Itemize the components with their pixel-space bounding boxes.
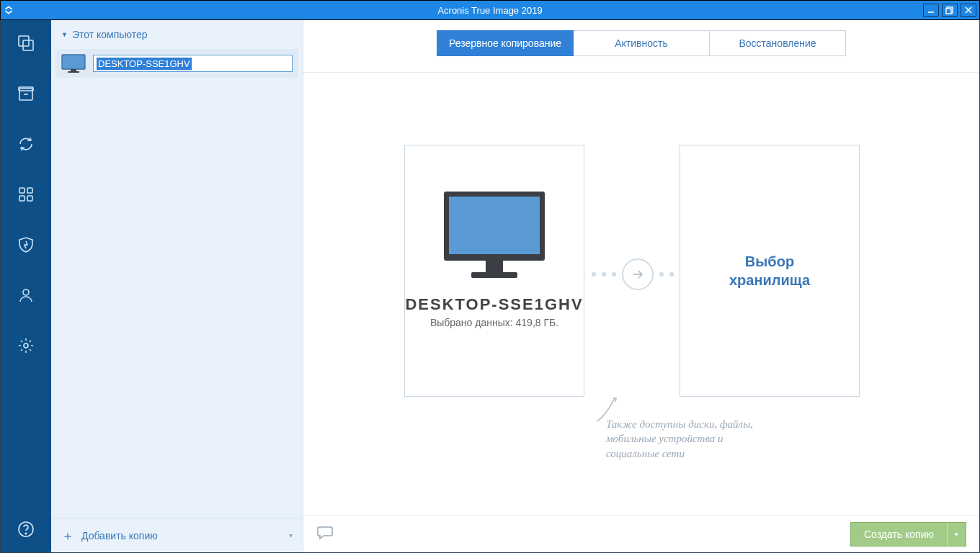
svg-point-13 [24, 343, 28, 348]
chevron-down-icon[interactable]: ▾ [947, 523, 966, 546]
comments-icon[interactable] [316, 525, 334, 544]
nav-settings[interactable] [13, 333, 39, 359]
backup-list-item[interactable]: DESKTOP-SSE1GHV [55, 49, 298, 78]
svg-rect-20 [449, 197, 540, 254]
svg-rect-8 [19, 188, 24, 193]
svg-rect-21 [486, 261, 503, 272]
sidebar: ▼ Этот компьютер DESKTOP-SSE1GHV ＋ Добав… [51, 20, 303, 552]
backup-stage: DESKTOP-SSE1GHV Выбрано данных: 419,8 ГБ… [303, 73, 979, 515]
transfer-arrow [592, 258, 684, 290]
svg-point-15 [25, 533, 27, 534]
nav-protection[interactable] [13, 232, 39, 258]
minimize-button[interactable] [923, 4, 939, 17]
backup-name-input[interactable]: DESKTOP-SSE1GHV [93, 55, 293, 72]
tab-activity[interactable]: Активность [573, 30, 710, 56]
nav-archive[interactable] [13, 81, 39, 107]
svg-rect-4 [23, 40, 33, 50]
backup-source-card[interactable]: DESKTOP-SSE1GHV Выбрано данных: 419,8 ГБ… [404, 145, 584, 397]
svg-rect-2 [946, 9, 951, 14]
chevron-down-icon: ▼ [61, 31, 68, 38]
sidebar-group-label: Этот компьютер [72, 29, 148, 40]
add-backup-label: Добавить копию [81, 530, 158, 541]
window-title: Acronis True Image 2019 [1, 5, 979, 16]
svg-rect-16 [62, 55, 85, 69]
svg-rect-18 [68, 71, 79, 73]
nav-account[interactable] [13, 282, 39, 308]
svg-rect-17 [71, 69, 76, 71]
svg-rect-3 [19, 36, 29, 46]
nav-backup[interactable] [13, 30, 39, 56]
arrow-right-icon [622, 258, 654, 290]
tab-bar: Резервное копирование Активность Восстан… [303, 20, 979, 56]
nav-rail [1, 20, 51, 552]
nav-tools[interactable] [13, 181, 39, 207]
plus-icon: ＋ [61, 527, 74, 544]
maximize-button[interactable] [942, 4, 958, 17]
backup-target-card[interactable]: Выборхранилища [680, 145, 860, 397]
svg-rect-9 [27, 188, 32, 193]
svg-rect-10 [19, 196, 24, 201]
nav-sync[interactable] [13, 131, 39, 157]
svg-rect-11 [27, 196, 32, 201]
main-panel: Резервное копирование Активность Восстан… [303, 20, 979, 552]
titlebar: Acronis True Image 2019 [0, 0, 980, 20]
source-subtitle: Выбрано данных: 419,8 ГБ. [430, 317, 558, 328]
monitor-icon [61, 54, 86, 73]
create-backup-button[interactable]: Создать копию ▾ [850, 522, 966, 547]
bottom-bar: Создать копию ▾ [303, 515, 979, 552]
add-backup-button[interactable]: ＋ Добавить копию ▾ [51, 518, 303, 552]
monitor-icon [437, 187, 552, 288]
target-label: Выборхранилища [729, 252, 810, 289]
chevron-down-icon[interactable]: ▾ [289, 531, 293, 539]
source-title: DESKTOP-SSE1GHV [405, 295, 583, 314]
svg-rect-22 [471, 272, 517, 278]
close-button[interactable] [961, 4, 976, 17]
tab-backup[interactable]: Резервное копирование [437, 30, 574, 56]
sidebar-group-header[interactable]: ▼ Этот компьютер [51, 20, 303, 49]
nav-help[interactable] [13, 516, 39, 542]
tab-recovery[interactable]: Восстановление [709, 30, 846, 56]
resize-grip-icon[interactable] [4, 5, 14, 15]
hint-text: Также доступны диски, файлы, мобильные у… [606, 417, 779, 461]
svg-point-12 [23, 289, 29, 295]
